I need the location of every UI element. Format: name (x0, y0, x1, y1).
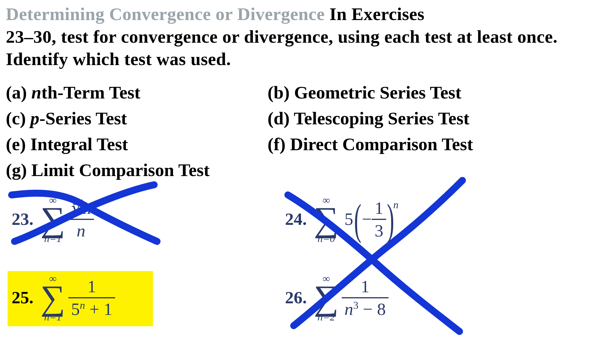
test-e-name: Integral Test (30, 134, 128, 154)
exercise-24: 24. ∞ ∑ n=0 5 ( − 1 3 ) n (285, 195, 398, 244)
test-d: (d) Telescoping Series Test (268, 108, 589, 129)
fraction-24: 1 3 (372, 198, 386, 241)
fraction-25-bot: 5n + 1 (68, 299, 115, 319)
test-e: (e) Integral Test (6, 134, 262, 155)
exercises-area: 23. ∞ ∑ n=1 ∛n n 24. ∞ (6, 186, 589, 349)
exercise-26: 26. ∞ ∑ n=2 1 n3 − 8 (285, 273, 389, 322)
frac25-tail: + 1 (85, 300, 113, 319)
test-d-name: Telescoping Series Test (294, 108, 469, 128)
fraction-23: ∛n n (68, 198, 94, 241)
textbook-page: Determining Convergence or Divergence In… (0, 0, 595, 364)
fraction-24-top: 1 (372, 198, 386, 218)
exercise-23: 23. ∞ ∑ n=1 ∛n n (12, 195, 94, 244)
instructions-line2: 23–30, test for convergence or divergenc… (6, 27, 557, 69)
sigma-24-lower: n=0 (318, 233, 335, 244)
frac25-exp: n (80, 300, 85, 311)
exercise-26-number: 26. (285, 288, 307, 308)
fraction-26: 1 n3 − 8 (342, 276, 389, 319)
coef-24: 5 (345, 209, 353, 229)
test-b-label: (b) (268, 83, 290, 102)
sigma-icon: ∑ (314, 284, 339, 312)
section-heading: Determining Convergence or Divergence (6, 4, 325, 24)
frac26-base: n (345, 300, 353, 319)
test-b-name: Geometric Series Test (294, 83, 461, 102)
fraction-26-top: 1 (358, 276, 372, 297)
sigma-26: ∞ ∑ n=2 (314, 273, 339, 322)
frac25-base: 5 (71, 300, 80, 319)
exercise-23-number: 23. (12, 209, 33, 229)
fraction-25: 1 5n + 1 (68, 276, 115, 319)
exercise-24-number: 24. (285, 209, 307, 229)
test-c-name: -Series Test (39, 108, 127, 128)
test-a: (a) nth-Term Test (6, 82, 262, 103)
test-c-prefix: p (30, 108, 39, 128)
sigma-23: ∞ ∑ n=1 (40, 195, 65, 244)
exercise-25: 25. ∞ ∑ n=1 1 5n + 1 (12, 273, 115, 322)
test-f-label: (f) (268, 134, 286, 154)
sigma-icon: ∑ (40, 205, 65, 233)
frac26-exp: 3 (353, 300, 359, 311)
test-g: (g) Limit Comparison Test (6, 160, 589, 180)
test-d-label: (d) (268, 108, 290, 128)
instructions-block: Determining Convergence or Divergence In… (6, 3, 589, 71)
sigma-23-lower: n=1 (44, 233, 62, 244)
instructions-line1: In Exercises (325, 4, 425, 24)
sigma-24: ∞ ∑ n=0 (314, 195, 339, 244)
sigma-icon: ∑ (314, 205, 339, 233)
tests-list: (a) nth-Term Test (b) Geometric Series T… (6, 82, 589, 180)
fraction-25-top: 1 (84, 276, 99, 297)
test-a-name: th-Term Test (41, 83, 140, 102)
neg-24: − (362, 209, 372, 229)
test-c: (c) p-Series Test (6, 108, 262, 129)
fraction-24-bot: 3 (372, 220, 386, 241)
fraction-26-bot: n3 − 8 (342, 299, 389, 319)
test-g-name: Limit Comparison Test (31, 160, 210, 180)
sigma-25-lower: n=1 (44, 312, 62, 322)
sigma-icon: ∑ (40, 284, 65, 312)
sigma-25: ∞ ∑ n=1 (40, 273, 65, 322)
frac26-tail: − 8 (359, 300, 386, 319)
exponent-24: n (393, 199, 398, 211)
test-a-prefix: n (31, 83, 41, 102)
test-g-label: (g) (6, 160, 27, 180)
open-paren-icon: ( (354, 202, 361, 237)
test-b: (b) Geometric Series Test (268, 82, 589, 103)
fraction-23-top: ∛n (68, 198, 94, 218)
test-f: (f) Direct Comparison Test (268, 134, 589, 155)
test-f-name: Direct Comparison Test (290, 134, 473, 154)
fraction-23-bot: n (74, 220, 88, 241)
exercise-25-number: 25. (12, 288, 33, 308)
test-a-label: (a) (6, 83, 27, 102)
test-e-label: (e) (6, 134, 26, 154)
sigma-26-lower: n=2 (318, 312, 335, 322)
test-c-label: (c) (6, 108, 26, 128)
